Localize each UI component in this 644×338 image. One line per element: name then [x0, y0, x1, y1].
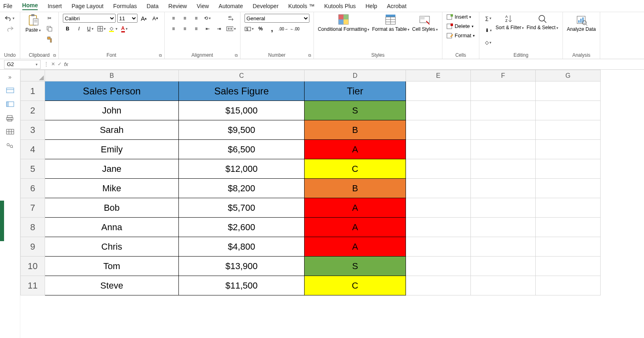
font-name-select[interactable]: Calibri: [63, 14, 116, 23]
italic-button[interactable]: I: [74, 24, 84, 33]
cell-B2[interactable]: John: [45, 101, 179, 120]
align-right-icon[interactable]: ≡: [191, 24, 201, 33]
wrap-text-icon[interactable]: ab: [226, 14, 236, 23]
decrease-decimal-icon[interactable]: ←.00: [290, 24, 300, 33]
side-grid-icon[interactable]: [6, 129, 14, 135]
menu-insert[interactable]: Insert: [47, 3, 62, 9]
orientation-icon[interactable]: ⟲: [203, 14, 213, 23]
cell-B4[interactable]: Emily: [45, 140, 179, 159]
cell-E5[interactable]: [406, 159, 471, 179]
sort-filter-button[interactable]: AZ Sort & Filter: [496, 14, 524, 30]
cell-C11[interactable]: $11,500: [179, 276, 305, 295]
menu-view[interactable]: View: [197, 3, 209, 9]
cell-E1[interactable]: [406, 81, 471, 101]
cell-E8[interactable]: [406, 218, 471, 237]
undo-button[interactable]: [5, 14, 15, 23]
cell-F8[interactable]: [471, 218, 536, 237]
cell-F5[interactable]: [471, 159, 536, 179]
row-header[interactable]: 9: [21, 237, 45, 257]
cell-E9[interactable]: [406, 237, 471, 257]
cell-G5[interactable]: [536, 159, 601, 179]
align-center-icon[interactable]: ≡: [180, 24, 190, 33]
analyze-data-button[interactable]: Analyze Data: [567, 14, 596, 32]
cell-D6[interactable]: B: [305, 179, 406, 198]
cell-G6[interactable]: [536, 179, 601, 198]
cell-D1[interactable]: Tier: [305, 81, 406, 101]
cell-F9[interactable]: [471, 237, 536, 257]
number-format-select[interactable]: General: [245, 14, 309, 23]
menu-review[interactable]: Review: [168, 3, 187, 9]
column-header-F[interactable]: F: [471, 70, 536, 81]
column-header-C[interactable]: C: [179, 70, 305, 81]
menu-data[interactable]: Data: [146, 3, 159, 9]
enter-formula-icon[interactable]: ✓: [58, 61, 62, 67]
cell-B3[interactable]: Sarah: [45, 120, 179, 140]
cell-F7[interactable]: [471, 198, 536, 218]
row-header[interactable]: 1: [21, 81, 45, 101]
cell-F10[interactable]: [471, 257, 536, 276]
menu-acrobat[interactable]: Acrobat: [387, 3, 406, 9]
cell-D5[interactable]: C: [305, 159, 406, 179]
menu-help[interactable]: Help: [365, 3, 377, 9]
cell-D3[interactable]: B: [305, 120, 406, 140]
cell-F2[interactable]: [471, 101, 536, 120]
cell-C7[interactable]: $5,700: [179, 198, 305, 218]
insert-cells-button[interactable]: Insert ▾: [447, 14, 472, 20]
delete-cells-button[interactable]: Delete ▾: [447, 23, 474, 29]
cell-D9[interactable]: A: [305, 237, 406, 257]
menu-formulas[interactable]: Formulas: [113, 3, 137, 9]
cell-C6[interactable]: $8,200: [179, 179, 305, 198]
menu-file[interactable]: File: [3, 3, 13, 9]
side-find-icon[interactable]: [6, 143, 14, 149]
cell-C1[interactable]: Sales Figure: [179, 81, 305, 101]
menu-automate[interactable]: Automate: [219, 3, 243, 9]
cell-B11[interactable]: Steve: [45, 276, 179, 295]
row-header[interactable]: 11: [21, 276, 45, 295]
formula-input[interactable]: [71, 60, 644, 68]
accounting-format-icon[interactable]: $: [245, 24, 254, 33]
format-painter-button[interactable]: [45, 35, 54, 44]
menu-page-layout[interactable]: Page Layout: [71, 3, 103, 9]
cell-G9[interactable]: [536, 237, 601, 257]
conditional-formatting-button[interactable]: Conditional Formatting: [318, 14, 370, 32]
cell-F3[interactable]: [471, 120, 536, 140]
side-layout-icon[interactable]: [6, 101, 14, 108]
namebox-menu-icon[interactable]: ⋮: [44, 61, 49, 67]
cell-E11[interactable]: [406, 276, 471, 295]
copy-button[interactable]: [45, 24, 54, 33]
column-header-E[interactable]: E: [406, 70, 471, 81]
align-top-icon[interactable]: ≡: [169, 14, 178, 23]
percent-format-icon[interactable]: %: [256, 24, 266, 33]
find-select-button[interactable]: Find & Select: [526, 14, 558, 30]
cell-C5[interactable]: $12,000: [179, 159, 305, 179]
paste-button[interactable]: Paste: [24, 14, 42, 33]
cell-E4[interactable]: [406, 140, 471, 159]
spreadsheet-grid[interactable]: BCDEFG1Sales PersonSales FigureTier2John…: [20, 70, 644, 338]
cell-C4[interactable]: $6,500: [179, 140, 305, 159]
cell-F11[interactable]: [471, 276, 536, 295]
menu-kutools-plus[interactable]: Kutools Plus: [324, 3, 356, 9]
cancel-formula-icon[interactable]: ✕: [51, 61, 55, 67]
cell-E7[interactable]: [406, 198, 471, 218]
font-size-select[interactable]: 11: [117, 14, 137, 23]
cell-B7[interactable]: Bob: [45, 198, 179, 218]
menu-kutools-[interactable]: Kutools ™: [288, 3, 315, 9]
cell-D11[interactable]: C: [305, 276, 406, 295]
fx-icon[interactable]: fx: [64, 61, 68, 67]
collapsed-side-tab[interactable]: [0, 201, 4, 241]
format-cells-button[interactable]: Format ▾: [447, 32, 475, 39]
alignment-launcher-icon[interactable]: ⧉: [235, 53, 238, 58]
cell-G2[interactable]: [536, 101, 601, 120]
name-box[interactable]: G2▾: [4, 60, 41, 69]
cell-C10[interactable]: $13,900: [179, 257, 305, 276]
menu-developer[interactable]: Developer: [253, 3, 279, 9]
font-color-button[interactable]: A: [120, 24, 129, 33]
cell-C2[interactable]: $15,000: [179, 101, 305, 120]
cell-G10[interactable]: [536, 257, 601, 276]
bold-button[interactable]: B: [63, 24, 73, 33]
row-header[interactable]: 2: [21, 101, 45, 120]
cell-G7[interactable]: [536, 198, 601, 218]
cut-button[interactable]: ✂: [45, 14, 54, 23]
row-header[interactable]: 5: [21, 159, 45, 179]
clear-icon[interactable]: ◇: [483, 38, 493, 47]
